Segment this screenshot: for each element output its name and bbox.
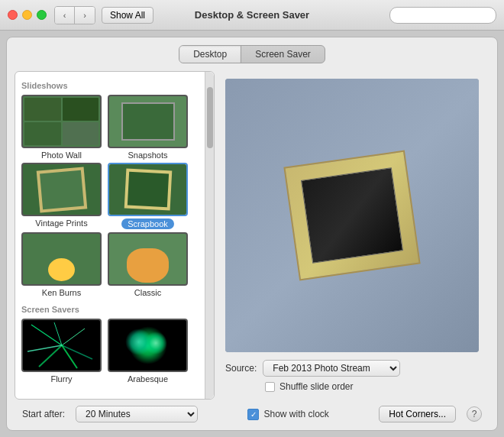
right-panel: Source: Feb 2013 Photo Stream iPhoto Ape… bbox=[215, 71, 489, 400]
source-row: Source: Feb 2013 Photo Stream iPhoto Ape… bbox=[225, 360, 479, 377]
left-panel: Slideshows Photo Wall bbox=[15, 71, 215, 400]
screensavers-row-1: Flurry A bbox=[21, 319, 199, 384]
preview-area bbox=[225, 79, 479, 352]
preview-frame bbox=[283, 151, 420, 281]
source-label: Source: bbox=[225, 363, 257, 374]
forward-button[interactable]: › bbox=[75, 7, 95, 24]
screensavers-header: Screen Savers bbox=[21, 305, 199, 314]
list-item[interactable]: Ken Burns bbox=[21, 232, 102, 297]
tabs: Desktop Screen Saver bbox=[15, 45, 489, 63]
scrollbar-thumb[interactable] bbox=[207, 87, 213, 148]
svg-line-2 bbox=[62, 329, 85, 345]
slideshows-row-2: Vintage Prints Scrapbook bbox=[21, 163, 199, 229]
snapshots-thumb[interactable] bbox=[108, 95, 188, 148]
hot-corners-button[interactable]: Hot Corners... bbox=[379, 406, 456, 422]
vintage-thumb[interactable] bbox=[21, 163, 102, 216]
scrapbook-thumb[interactable] bbox=[108, 163, 188, 216]
nav-buttons: ‹ › bbox=[54, 6, 95, 24]
kenburns-thumb[interactable] bbox=[21, 232, 102, 286]
show-clock-row: ✓ Show with clock bbox=[208, 409, 368, 420]
list-item[interactable]: Flurry bbox=[21, 319, 102, 384]
preview-frame-inner bbox=[301, 167, 403, 264]
photo-wall-thumb[interactable] bbox=[21, 95, 102, 148]
preview-background bbox=[225, 79, 479, 352]
list-item[interactable]: Vintage Prints bbox=[21, 163, 102, 229]
source-dropdown[interactable]: Feb 2013 Photo Stream iPhoto Aperture Pi… bbox=[263, 360, 400, 377]
window-title: Desktop & Screen Saver bbox=[195, 9, 309, 21]
classic-thumb[interactable] bbox=[108, 232, 188, 286]
scrollbar-track[interactable] bbox=[205, 72, 214, 399]
shuffle-row: Shuffle slide order bbox=[265, 381, 479, 392]
flurry-thumb[interactable] bbox=[21, 319, 102, 372]
tab-desktop[interactable]: Desktop bbox=[179, 46, 241, 63]
start-after-select[interactable]: 1 Minute 2 Minutes 5 Minutes 10 Minutes … bbox=[76, 406, 198, 422]
kenburns-label: Ken Burns bbox=[42, 288, 81, 297]
minimize-button[interactable] bbox=[22, 10, 32, 20]
show-all-button[interactable]: Show All bbox=[102, 7, 153, 24]
slideshows-header: Slideshows bbox=[21, 81, 199, 90]
list-item[interactable]: Arabesque bbox=[108, 319, 188, 384]
list-item[interactable]: Photo Wall bbox=[21, 95, 102, 160]
flurry-label: Flurry bbox=[50, 374, 72, 384]
tab-screensaver[interactable]: Screen Saver bbox=[241, 46, 325, 63]
content-area: Slideshows Photo Wall bbox=[15, 71, 489, 400]
list-item[interactable]: Scrapbook bbox=[108, 163, 188, 229]
bottom-bar: Start after: 1 Minute 2 Minutes 5 Minute… bbox=[15, 400, 489, 422]
show-clock-label: Show with clock bbox=[263, 409, 328, 419]
tab-group: Desktop Screen Saver bbox=[179, 45, 325, 63]
shuffle-checkbox[interactable] bbox=[265, 382, 275, 392]
help-button[interactable]: ? bbox=[467, 406, 482, 422]
snapshots-label: Snapshots bbox=[128, 151, 168, 160]
maximize-button[interactable] bbox=[37, 10, 47, 20]
scrapbook-label: Scrapbook bbox=[121, 218, 174, 229]
panel-scroll: Slideshows Photo Wall bbox=[15, 72, 205, 399]
back-button[interactable]: ‹ bbox=[55, 7, 75, 24]
slideshows-row-3: Ken Burns Classic bbox=[21, 232, 199, 297]
slideshows-row-1: Photo Wall Snapshots bbox=[21, 95, 199, 160]
traffic-lights bbox=[8, 10, 47, 20]
title-bar: ‹ › Show All Desktop & Screen Saver bbox=[0, 0, 504, 31]
arabesque-label: Arabesque bbox=[128, 374, 168, 384]
shuffle-label: Shuffle slide order bbox=[279, 381, 354, 392]
search-input[interactable] bbox=[389, 7, 496, 24]
arabesque-thumb[interactable] bbox=[108, 319, 188, 372]
svg-line-4 bbox=[54, 322, 62, 345]
vintage-label: Vintage Prints bbox=[35, 218, 87, 228]
list-item[interactable]: Classic bbox=[108, 232, 188, 297]
start-after-dropdown[interactable]: 1 Minute 2 Minutes 5 Minutes 10 Minutes … bbox=[76, 406, 198, 422]
source-select[interactable]: Feb 2013 Photo Stream iPhoto Aperture Pi… bbox=[263, 360, 400, 377]
list-item[interactable]: Snapshots bbox=[108, 95, 188, 160]
classic-label: Classic bbox=[134, 288, 161, 297]
close-button[interactable] bbox=[8, 10, 18, 20]
start-after-label: Start after: bbox=[22, 409, 65, 419]
svg-line-0 bbox=[31, 325, 62, 345]
photo-wall-label: Photo Wall bbox=[41, 151, 82, 160]
main-content: Desktop Screen Saver Slideshows bbox=[6, 37, 498, 431]
show-clock-checkbox[interactable]: ✓ bbox=[247, 409, 259, 420]
